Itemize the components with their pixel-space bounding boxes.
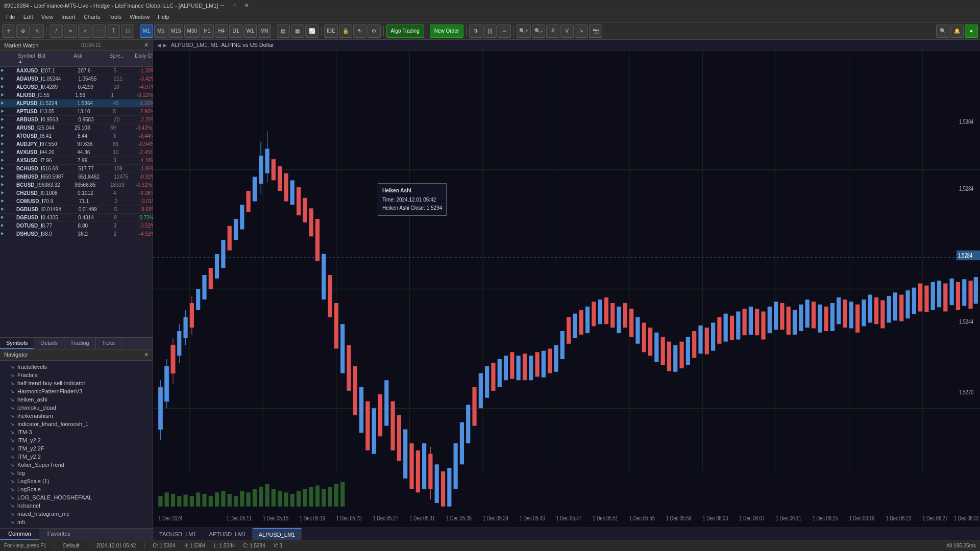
menu-window[interactable]: Window <box>126 13 154 21</box>
nav-item-16[interactable]: ∿LOG_SCALE_HOOSHEFAAL <box>0 493 153 502</box>
col-symbol[interactable]: Symbol ▲ <box>16 53 36 65</box>
new-order-button[interactable]: New Order <box>430 24 463 38</box>
symbol-row-3[interactable]: ▶ ALIUSD_I 1.55 1.56 1 -3.12% <box>0 91 153 99</box>
refresh-btn[interactable]: ↻ <box>353 24 366 38</box>
symbol-row-1[interactable]: ▶ ADAUSD_I 1.05244 1.05455 211 -3.42% <box>0 75 153 83</box>
fib-tool[interactable]: ⋯ <box>92 24 106 38</box>
arrow-tool[interactable]: ↖ <box>31 24 44 38</box>
shapes-tool[interactable]: ◻ <box>121 24 134 38</box>
indicator-btn[interactable]: ∿ <box>575 24 588 38</box>
chart-tab-aptusd[interactable]: APTUSD_LM1 <box>203 528 253 540</box>
tf-d1[interactable]: D1 <box>229 24 242 38</box>
market-watch-close[interactable]: ✕ <box>144 42 149 48</box>
nav-tab-favorites[interactable]: Favorites <box>39 529 79 540</box>
tf-m1[interactable]: M1 <box>140 24 153 38</box>
symbol-row-17[interactable]: ▶ DGBUSD_I 0.01494 0.01499 5 -8.68% <box>0 206 153 214</box>
symbol-row-6[interactable]: ▶ ARBUSD_I 0.9563 0.9583 20 -2.25% <box>0 116 153 124</box>
col-change[interactable]: Daily Ch... <box>133 53 153 65</box>
symbol-row-19[interactable]: ▶ DOTUSD_I 8.77 8.80 3 -3.52% <box>0 222 153 230</box>
tf-h4[interactable]: H4 <box>215 24 228 38</box>
menu-insert[interactable]: Insert <box>57 13 80 21</box>
maximize-button[interactable]: □ <box>230 2 238 10</box>
symbol-row-11[interactable]: ▶ AXSUSD_I 7.96 7.99 3 -4.10% <box>0 157 153 165</box>
menu-help[interactable]: Help <box>154 13 174 21</box>
nav-item-8[interactable]: ∿ITM-3 <box>0 428 153 436</box>
chart-type-line[interactable]: 📈 <box>305 24 318 38</box>
nav-item-12[interactable]: ∿Kolier_SuperTrend <box>0 461 153 469</box>
nav-item-14[interactable]: ∿LogScale (1) <box>0 477 153 485</box>
nav-item-11[interactable]: ∿ITM_y2.2 <box>0 453 153 461</box>
symbol-row-15[interactable]: ▶ CHZUSD_I 0.1008 0.1012 4 -3.08% <box>0 189 153 197</box>
symbol-row-9[interactable]: ▶ AUDJPY_I 97.550 97.636 86 -0.94% <box>0 140 153 148</box>
tf-m30[interactable]: M30 <box>184 24 199 38</box>
nav-item-0[interactable]: ∿fractallevels <box>0 363 153 371</box>
navigator-close[interactable]: ✕ <box>144 352 149 358</box>
depth-btn[interactable]: ⇅ <box>469 24 482 38</box>
market-depth-btn[interactable]: ||| <box>483 24 497 38</box>
screenshot-btn[interactable]: 📷 <box>589 24 602 38</box>
symbol-row-8[interactable]: ▶ ATOUSD_I 8.41 8.44 3 -3.44% <box>0 132 153 140</box>
symbol-row-12[interactable]: ▶ BCHUSD_I 516.68 517.77 109 -1.86% <box>0 165 153 173</box>
chart-shift-btn[interactable]: ⤻ <box>498 24 511 38</box>
symbol-row-4[interactable]: ▶ ALPUSD_I 1.5324 1.5364 40 -1.16% <box>0 99 153 108</box>
line-tool[interactable]: / <box>50 24 63 38</box>
symbol-row-10[interactable]: ▶ AVXUSD_I 44.26 44.36 10 -2.45% <box>0 148 153 157</box>
nav-item-3[interactable]: ∿HarmonicPatternFinderV3 <box>0 387 153 395</box>
text-tool[interactable]: T <box>107 24 120 38</box>
algo-trading-button[interactable]: Algo Trading <box>386 24 424 38</box>
settings-btn[interactable]: ⚙ <box>368 24 381 38</box>
nav-item-4[interactable]: ∿heiken_ashi <box>0 395 153 404</box>
notifications-btn[interactable]: 🔔 <box>950 24 964 38</box>
search-btn[interactable]: 🔍 <box>936 24 949 38</box>
nav-item-18[interactable]: ∿macd_histogram_mc <box>0 510 153 518</box>
volumes-btn[interactable]: V <box>560 24 574 38</box>
menu-edit[interactable]: Edit <box>19 13 37 21</box>
zoom-out-btn[interactable]: 🔍- <box>532 24 545 38</box>
nav-item-10[interactable]: ∿ITM_y2.2F <box>0 444 153 453</box>
nav-item-13[interactable]: ∿log <box>0 469 153 477</box>
tab-details[interactable]: Details <box>34 338 64 349</box>
tf-m5[interactable]: M5 <box>154 24 167 38</box>
tf-mn[interactable]: MN <box>258 24 271 38</box>
close-button[interactable]: ✕ <box>242 2 251 10</box>
symbol-row-0[interactable]: ▶ AAXUSD_I 207.1 207.6 5 -1.33% <box>0 67 153 75</box>
menu-tools[interactable]: Tools <box>104 13 126 21</box>
menu-file[interactable]: File <box>2 13 19 21</box>
menu-charts[interactable]: Charts <box>80 13 104 21</box>
chart-type-bar[interactable]: ▤ <box>277 24 290 38</box>
ide-btn[interactable]: IDE <box>324 24 338 38</box>
chart-type-candle[interactable]: ▦ <box>291 24 304 38</box>
tab-ticks[interactable]: Ticks <box>96 338 121 349</box>
tf-h1[interactable]: H1 <box>201 24 214 38</box>
symbol-row-14[interactable]: ▶ BCUSD_I 96383.32 96566.85 18333 -0.32% <box>0 181 153 189</box>
nav-item-2[interactable]: ∿half-trend-buy-sell-indicator <box>0 379 153 387</box>
chart-tab-taousd[interactable]: TAOUSD_LM1 <box>153 528 203 540</box>
nav-item-1[interactable]: ∿Fractals <box>0 371 153 379</box>
grid-btn[interactable]: # <box>546 24 559 38</box>
minimize-button[interactable]: ─ <box>218 2 226 10</box>
nav-item-19[interactable]: ∿mfi <box>0 518 153 526</box>
symbol-row-18[interactable]: ▶ DGEUSD_I 0.4305 0.4314 9 0.73% <box>0 214 153 222</box>
tab-trading[interactable]: Trading <box>64 338 96 349</box>
nav-item-5[interactable]: ∿ichimoku_cloud <box>0 404 153 412</box>
zoom-in-btn[interactable]: 🔍+ <box>517 24 531 38</box>
nav-item-9[interactable]: ∿ITM_y2.2 <box>0 436 153 444</box>
lock-btn[interactable]: 🔒 <box>339 24 352 38</box>
col-bid[interactable]: Bid <box>36 53 72 65</box>
tab-symbols[interactable]: Symbols <box>0 338 34 349</box>
col-spread[interactable]: Spre... <box>108 53 133 65</box>
hline-tool[interactable]: ━ <box>64 24 77 38</box>
symbol-row-2[interactable]: ▶ ALGUSD_I 0.4289 0.4299 10 -4.07% <box>0 83 153 91</box>
zoom-tool[interactable]: ⊕ <box>16 24 30 38</box>
symbol-row-16[interactable]: ▶ COMUSD_I 70.9 71.1 2 -3.01% <box>0 197 153 206</box>
chart-canvas-wrapper[interactable]: 1 Dec 2024 1 Dec 05:11 1 Dec 05:15 1 Dec… <box>153 51 980 528</box>
crosshair-tool[interactable]: ✛ <box>2 24 15 38</box>
tf-m15[interactable]: M15 <box>168 24 183 38</box>
col-ask[interactable]: Ask <box>72 53 108 65</box>
connect-btn[interactable]: ● <box>965 24 978 38</box>
nav-item-17[interactable]: ∿lrchannel <box>0 502 153 510</box>
menu-view[interactable]: View <box>37 13 58 21</box>
symbol-row-13[interactable]: ▶ BNBUSD_I 650.5987 651.8462 12475 -0.92… <box>0 173 153 181</box>
chart-tab-alpusd[interactable]: ALPUSD_LM1 <box>253 528 302 540</box>
symbol-row-5[interactable]: ▶ APTUSD_I 13.05 13.10 5 -2.90% <box>0 108 153 116</box>
